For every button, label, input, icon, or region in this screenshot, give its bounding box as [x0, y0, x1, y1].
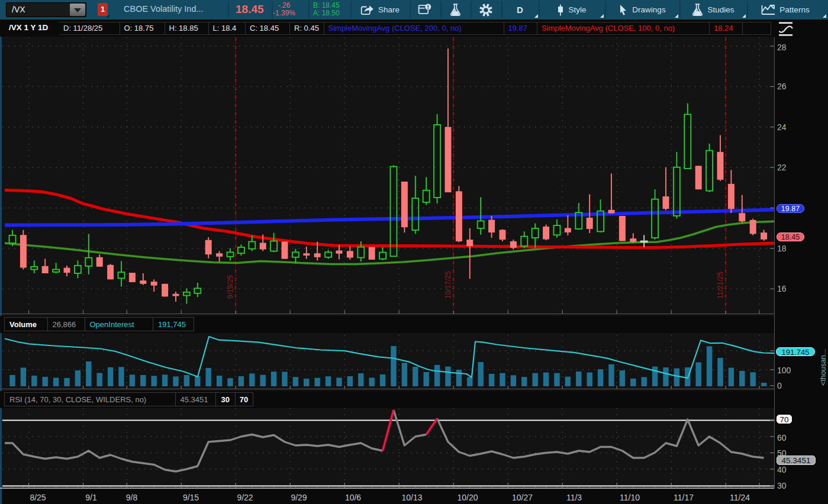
svg-text:9/19/25: 9/19/25	[226, 275, 234, 299]
svg-text:10/17/25: 10/17/25	[444, 271, 452, 299]
svg-text:11/21/25: 11/21/25	[716, 272, 724, 299]
